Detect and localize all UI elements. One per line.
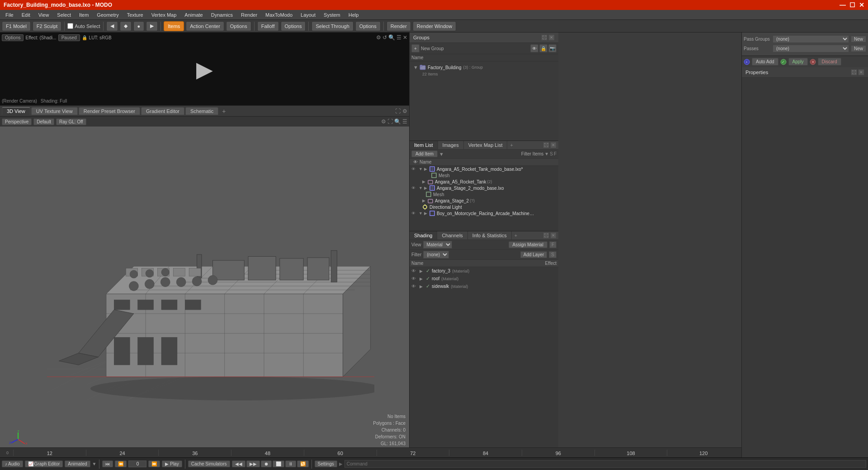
- options-btn-1[interactable]: Options: [226, 21, 251, 31]
- tab-item-list[interactable]: Item List: [410, 141, 438, 149]
- time-input[interactable]: [128, 461, 146, 467]
- audio-btn[interactable]: ♪ Audio: [2, 461, 23, 467]
- item-list-close-btn[interactable]: ✕: [550, 142, 557, 148]
- menu-view[interactable]: View: [35, 11, 53, 19]
- action-center-btn[interactable]: Action Center: [186, 21, 224, 31]
- tab-3d-view[interactable]: 3D View: [2, 107, 30, 115]
- filter-clear-icon[interactable]: F: [554, 151, 557, 156]
- groups-render-icon[interactable]: 📷: [548, 44, 557, 52]
- menu-vertexmap[interactable]: Vertex Map: [148, 11, 180, 19]
- options-btn-3[interactable]: Options: [355, 21, 381, 31]
- shading-add-tab[interactable]: +: [512, 231, 520, 240]
- settings-btn[interactable]: Settings: [315, 461, 337, 467]
- new-group-btn[interactable]: +: [411, 44, 420, 52]
- perspective-btn[interactable]: Perspective: [2, 118, 32, 125]
- menu-render[interactable]: Render: [237, 11, 261, 19]
- transport-extra-6[interactable]: 🔁: [297, 461, 309, 467]
- groups-eye-icon[interactable]: 👁: [530, 44, 538, 52]
- pass-groups-new-btn[interactable]: New: [851, 36, 866, 42]
- preview-options-btn[interactable]: Options: [2, 34, 24, 41]
- tab-gradient-editor[interactable]: Gradient Editor: [141, 107, 184, 115]
- transport-extra-3[interactable]: ⏺: [261, 461, 272, 467]
- default-btn[interactable]: Default: [33, 118, 54, 125]
- item-mesh-1[interactable]: Mesh: [410, 172, 558, 179]
- viewport-3d-content[interactable]: [0, 127, 409, 457]
- apply-btn[interactable]: Apply: [788, 58, 808, 66]
- assign-material-btn[interactable]: Assign Material: [509, 241, 547, 248]
- passes-select[interactable]: (none): [773, 45, 849, 52]
- tab-shading[interactable]: Shading: [410, 231, 437, 240]
- tab-schematic[interactable]: Schematic: [185, 107, 218, 115]
- item-list-add-tab[interactable]: +: [507, 141, 515, 149]
- cache-btn[interactable]: Cache Simulators: [188, 461, 230, 467]
- preview-icon-2[interactable]: ↺: [382, 34, 387, 41]
- item-angara-stage2-group[interactable]: ▶ Angara_Stage_2 (?): [410, 197, 558, 204]
- menu-texture[interactable]: Texture: [123, 11, 147, 19]
- vp-search-icon[interactable]: 🔍: [394, 118, 401, 125]
- items-btn[interactable]: Items: [164, 21, 184, 31]
- item-angara-stage2-base[interactable]: 👁 ▼ ▶ Angara_Stage_2_modo_base.lxo: [410, 185, 558, 191]
- item-angara-a5-rocket-tank-group[interactable]: ▶ Angara_A5_Rocket_Tank (2): [410, 179, 558, 185]
- menu-file[interactable]: File: [2, 11, 17, 19]
- command-input[interactable]: [344, 460, 866, 468]
- render-window-btn[interactable]: Render Window: [413, 21, 456, 31]
- filter-settings-icon[interactable]: S: [550, 151, 553, 156]
- auto-select-checkbox[interactable]: Auto Select: [67, 23, 100, 29]
- filter-dropdown-icon[interactable]: ▼: [544, 151, 549, 156]
- menu-layout[interactable]: Layout: [297, 11, 319, 19]
- tab-channels[interactable]: Channels: [437, 231, 467, 240]
- transport-extra-2[interactable]: ▶▶: [246, 461, 260, 467]
- tab-images[interactable]: Images: [438, 141, 464, 149]
- model-btn[interactable]: F1 Model: [2, 21, 31, 31]
- properties-close-btn[interactable]: ✕: [858, 69, 864, 75]
- maximize-btn[interactable]: ☐: [849, 1, 855, 9]
- tab-render-preset-browser[interactable]: Render Preset Browser: [79, 107, 140, 115]
- item-mesh-2[interactable]: Mesh: [410, 191, 558, 197]
- animated-dropdown[interactable]: ▼: [92, 461, 97, 466]
- shape-btn-3[interactable]: ●: [133, 21, 145, 31]
- item-angara-a5-rocket-tank[interactable]: 👁 ▼ ▶ Angara_A5_Rocket_Tank_modo_base.lx…: [410, 166, 558, 172]
- transport-start-btn[interactable]: ⏮: [102, 461, 113, 467]
- preview-icon-1[interactable]: ⚙: [376, 34, 381, 41]
- item-list-expand-btn[interactable]: ⛶: [543, 142, 549, 148]
- item-list-content[interactable]: 👁 ▼ ▶ Angara_A5_Rocket_Tank_modo_base.lx…: [410, 166, 558, 231]
- shading-expand-btn[interactable]: ⛶: [543, 232, 549, 239]
- shape-btn-2[interactable]: ◆: [120, 21, 132, 31]
- auto-add-btn[interactable]: Auto Add: [752, 58, 778, 66]
- tab-vertex-map-list[interactable]: Vertex Map List: [464, 141, 508, 149]
- shape-btn-4[interactable]: ▶: [146, 21, 158, 31]
- tab-info-statistics[interactable]: Info & Statistics: [468, 231, 512, 240]
- menu-select[interactable]: Select: [53, 11, 75, 19]
- group-item-factory-building[interactable]: ▼ Factory_Building (3) : Group: [411, 63, 557, 71]
- vp-tab-settings-icon[interactable]: ⚙: [402, 108, 407, 114]
- item-directional-light[interactable]: Directional Light: [410, 204, 558, 210]
- select-through-btn[interactable]: Select Through: [311, 21, 353, 31]
- play-btn-bottom[interactable]: ▶ Play: [162, 461, 182, 467]
- transport-extra-5[interactable]: ⏸: [285, 461, 296, 467]
- add-tab-btn[interactable]: +: [219, 107, 228, 116]
- groups-close-btn[interactable]: ✕: [548, 34, 555, 41]
- shading-row-factory3[interactable]: 👁 ▶ ✓ factory_3 (Material): [410, 267, 558, 275]
- menu-maxtomodo[interactable]: MaxToModo: [262, 11, 296, 19]
- add-layer-btn[interactable]: Add Layer: [520, 251, 547, 258]
- animated-btn[interactable]: Animated: [65, 461, 90, 467]
- transport-forward-btn[interactable]: ⏩: [148, 461, 160, 467]
- titlebar-controls[interactable]: — ☐ ✕: [840, 1, 864, 9]
- sculpt-btn[interactable]: F2 Sculpt: [33, 21, 61, 31]
- shading-row-sidewalk[interactable]: 👁 ▶ ✓ sidewalk (Material): [410, 282, 558, 290]
- falloff-btn[interactable]: Falloff: [257, 21, 279, 31]
- minimize-btn[interactable]: —: [840, 1, 846, 9]
- transport-extra-1[interactable]: ◀◀: [232, 461, 245, 467]
- view-select[interactable]: Material: [423, 241, 452, 249]
- add-item-btn[interactable]: Add Item: [411, 150, 438, 157]
- groups-expand-btn[interactable]: ⛶: [541, 34, 547, 41]
- vp-settings-icon[interactable]: ⚙: [381, 118, 386, 125]
- menu-item[interactable]: Item: [75, 11, 92, 19]
- discard-btn[interactable]: Discard: [818, 58, 841, 66]
- options-btn-2[interactable]: Options: [281, 21, 306, 31]
- menu-system[interactable]: System: [320, 11, 344, 19]
- properties-expand-btn[interactable]: ⛶: [851, 69, 857, 75]
- shading-row-roof[interactable]: 👁 ▶ ✓ roof (Material): [410, 275, 558, 282]
- shading-close-btn[interactable]: ✕: [550, 232, 557, 239]
- preview-icon-5[interactable]: ✕: [403, 34, 407, 41]
